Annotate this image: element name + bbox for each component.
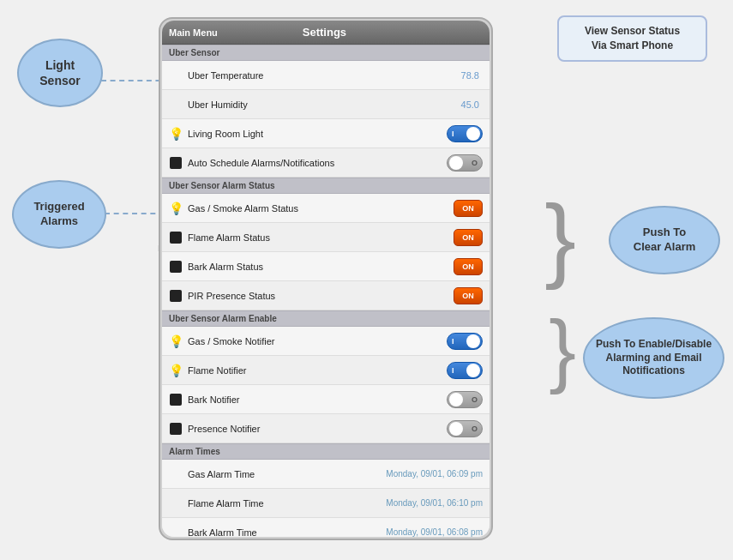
flame-notifier-toggle[interactable]: I (447, 362, 483, 379)
flame-alarm-time-row: Flame Alarm Time Monday, 09/01, 06:10 pm (162, 489, 490, 518)
flame-status-row: Flame Alarm Status ON (162, 223, 490, 252)
pir-status-btn[interactable]: ON (454, 287, 483, 304)
uber-temperature-row: Uber Temperature 78.8 (162, 61, 490, 90)
pir-status-label: PIR Presence Status (188, 291, 454, 301)
view-sensor-callout: View Sensor Status Via Smart Phone (557, 15, 707, 62)
gas-smoke-status-btn[interactable]: ON (454, 200, 483, 217)
alarm-status-brace: } (544, 190, 576, 285)
push-enable-callout: Push To Enable/Disable Alarming and Emai… (583, 317, 724, 399)
pir-icon (169, 289, 183, 303)
bark-status-row: Bark Alarm Status ON (162, 252, 490, 281)
uber-humidity-row: Uber Humidity 45.0 (162, 90, 490, 119)
auto-schedule-toggle[interactable]: O (447, 154, 483, 172)
bark-status-label: Bark Alarm Status (188, 262, 454, 272)
auto-schedule-label: Auto Schedule Alarms/Notifications (188, 158, 447, 168)
notifier-brace: } (549, 309, 576, 390)
flame-status-label: Flame Alarm Status (188, 232, 454, 243)
gas-smoke-notifier-row: 💡 Gas / Smoke Notifier I (162, 327, 490, 356)
living-room-light-row: 💡 Living Room Light I (162, 119, 490, 148)
uber-humidity-label: Uber Humidity (188, 99, 461, 110)
main-menu-button[interactable]: Main Menu (169, 27, 218, 38)
living-room-light-toggle[interactable]: I (447, 125, 483, 142)
gas-smoke-notifier-label: Gas / Smoke Notifier (188, 336, 447, 346)
uber-humidity-icon (169, 98, 183, 111)
presence-notifier-toggle[interactable]: O (447, 420, 483, 437)
flame-status-btn[interactable]: ON (454, 229, 483, 246)
gas-alarm-time-label: Gas Alarm Time (188, 469, 386, 479)
light-sensor-callout: Light Sensor (17, 39, 103, 107)
gas-smoke-notifier-toggle[interactable]: I (447, 333, 483, 350)
flame-icon (169, 231, 183, 244)
gas-smoke-status-row: 💡 Gas / Smoke Alarm Status ON (162, 194, 490, 223)
triggered-alarms-callout: Triggered Alarms (12, 180, 106, 249)
section-alarm-status: Uber Sensor Alarm Status (162, 178, 490, 194)
uber-temp-value: 78.8 (461, 70, 479, 81)
header-bar: Main Menu Settings (162, 21, 490, 45)
settings-list: Uber Sensor Uber Temperature 78.8 Uber H… (162, 45, 490, 537)
flame-alarm-time-value: Monday, 09/01, 06:10 pm (386, 498, 483, 508)
bark-status-btn[interactable]: ON (454, 258, 483, 275)
presence-notifier-icon (169, 422, 183, 436)
section-alarm-times: Alarm Times (162, 443, 490, 460)
bark-alarm-time-row: Bark Alarm Time Monday, 09/01, 06:08 pm (162, 518, 490, 537)
phone-frame: Main Menu Settings Uber Sensor Uber Temp… (159, 17, 493, 540)
flame-alarm-time-icon (169, 497, 183, 510)
bark-alarm-time-label: Bark Alarm Time (188, 527, 386, 538)
triggered-alarms-arrow (105, 213, 165, 214)
uber-temp-label: Uber Temperature (188, 70, 461, 81)
flame-notifier-row: 💡 Flame Notifier I (162, 356, 490, 385)
flame-notifier-label: Flame Notifier (188, 365, 447, 376)
section-alarm-enable: Uber Sensor Alarm Enable (162, 310, 490, 327)
uber-humidity-value: 45.0 (461, 99, 479, 110)
bark-alarm-time-value: Monday, 09/01, 06:08 pm (386, 527, 483, 537)
bark-icon (169, 260, 183, 274)
presence-notifier-row: Presence Notifier O (162, 414, 490, 443)
gas-alarm-time-value: Monday, 09/01, 06:09 pm (386, 469, 483, 479)
pir-status-row: PIR Presence Status ON (162, 281, 490, 310)
gas-smoke-status-label: Gas / Smoke Alarm Status (188, 203, 454, 214)
phone-screen: Main Menu Settings Uber Sensor Uber Temp… (162, 21, 490, 537)
push-clear-callout: Push To Clear Alarm (609, 206, 720, 274)
section-uber-sensor: Uber Sensor (162, 45, 490, 61)
gas-smoke-notifier-icon: 💡 (169, 334, 183, 348)
gas-smoke-icon: 💡 (169, 202, 183, 215)
auto-schedule-row: Auto Schedule Alarms/Notifications O (162, 148, 490, 178)
bark-alarm-time-icon (169, 526, 183, 538)
uber-temp-icon (169, 69, 183, 82)
flame-notifier-icon: 💡 (169, 364, 183, 377)
bark-notifier-label: Bark Notifier (188, 394, 447, 405)
living-room-bulb-icon: 💡 (169, 127, 183, 141)
flame-alarm-time-label: Flame Alarm Time (188, 498, 386, 509)
bark-notifier-row: Bark Notifier O (162, 385, 490, 414)
bark-notifier-toggle[interactable]: O (447, 391, 483, 408)
presence-notifier-label: Presence Notifier (188, 424, 447, 434)
living-room-light-label: Living Room Light (188, 129, 447, 139)
gas-alarm-time-icon (169, 467, 183, 481)
header-title: Settings (218, 26, 431, 39)
bark-notifier-icon (169, 393, 183, 406)
auto-schedule-icon (169, 156, 183, 170)
gas-alarm-time-row: Gas Alarm Time Monday, 09/01, 06:09 pm (162, 460, 490, 489)
